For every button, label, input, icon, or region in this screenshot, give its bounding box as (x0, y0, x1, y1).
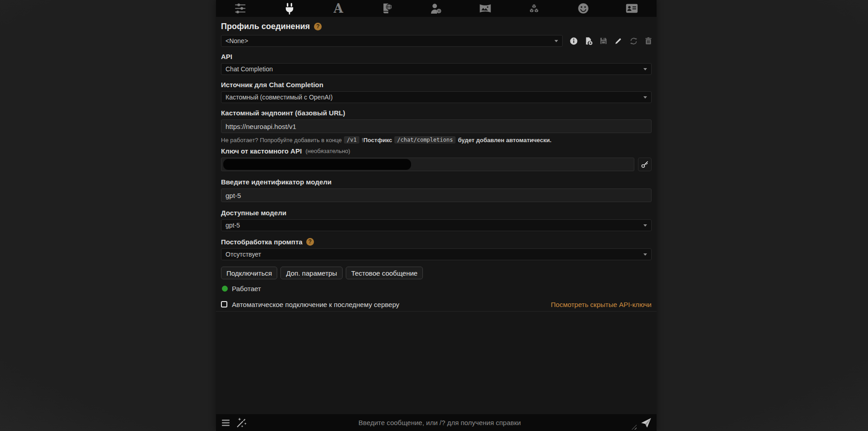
message-composer-bar (216, 414, 657, 431)
connect-button[interactable]: Подключиться (221, 267, 277, 279)
chevron-down-icon (643, 96, 647, 99)
info-icon[interactable] (569, 36, 578, 45)
connection-profile-header: Профиль соединения ? (221, 21, 652, 31)
top-toolbar: A (216, 0, 657, 17)
autoconnect-checkbox[interactable] (221, 301, 227, 307)
api-key-label: Ключ от кастомного API (необязательно) (221, 147, 652, 155)
character-card-icon[interactable] (622, 1, 642, 16)
profile-actions (569, 36, 653, 45)
chevron-down-icon (554, 40, 558, 42)
model-id-input[interactable] (221, 188, 652, 202)
connection-profile-row: <None> (221, 35, 652, 47)
key-icon[interactable] (638, 158, 652, 171)
endpoint-hint: Не работает? Попробуйте добавить в конце… (221, 136, 652, 144)
help-icon[interactable]: ? (314, 23, 322, 30)
plug-icon[interactable] (280, 1, 299, 16)
send-icon[interactable] (638, 416, 654, 430)
delete-icon[interactable] (644, 36, 653, 45)
available-models-select[interactable]: gpt-5 (221, 219, 652, 231)
connection-profile-select[interactable]: <None> (221, 35, 563, 47)
view-hidden-api-keys-link[interactable]: Посмотреть скрытые API-ключи (551, 301, 652, 308)
api-label: API (221, 52, 652, 60)
model-id-label: Введите идентификатор модели (221, 178, 652, 186)
help-icon[interactable]: ? (306, 238, 314, 246)
endpoint-input[interactable] (221, 119, 652, 133)
autoconnect-label[interactable]: Автоматическое подключение к последнему … (232, 301, 399, 308)
action-buttons-row: Подключиться Доп. параметры Тестовое соо… (221, 267, 652, 279)
save-icon[interactable] (599, 36, 608, 45)
additional-params-button[interactable]: Доп. параметры (280, 267, 342, 279)
api-connections-panel: Профиль соединения ? <None> (216, 17, 657, 312)
connection-status: Работает (221, 284, 652, 293)
chevron-down-icon (643, 224, 647, 227)
api-key-input[interactable] (221, 158, 634, 171)
prompt-postprocess-label: Постобработка промпта ? (221, 238, 652, 246)
endpoint-label: Кастомный эндпоинт (базовый URL) (221, 109, 652, 117)
options-menu-icon[interactable] (221, 417, 232, 428)
status-dot-icon (222, 286, 228, 292)
prompt-postprocess-select[interactable]: Отсутствует (221, 248, 652, 260)
available-models-label: Доступные модели (221, 208, 652, 217)
api-key-row (221, 158, 652, 171)
api-key-redacted-value (223, 159, 411, 170)
magic-wand-icon[interactable] (235, 416, 248, 429)
user-gear-icon[interactable] (426, 1, 446, 16)
world-info-icon[interactable] (378, 1, 397, 16)
sliders-icon[interactable] (230, 1, 250, 16)
edit-icon[interactable] (614, 36, 623, 45)
chevron-down-icon (643, 68, 647, 70)
connection-profile-title: Профиль соединения (221, 22, 310, 31)
new-profile-icon[interactable] (584, 36, 593, 45)
test-message-button[interactable]: Тестовое сообщение (346, 267, 423, 279)
main-column: A (216, 0, 657, 431)
source-select[interactable]: Кастомный (совместимый с OpenAI) (221, 91, 652, 103)
restore-icon[interactable] (629, 36, 638, 45)
resize-grip[interactable] (632, 425, 637, 430)
backgrounds-icon[interactable] (475, 1, 495, 16)
font-icon[interactable]: A (329, 1, 348, 16)
autoconnect-row: Автоматическое подключение к последнему … (221, 298, 652, 311)
extensions-icon[interactable] (524, 1, 544, 16)
message-input[interactable] (248, 416, 632, 430)
chevron-down-icon (643, 253, 647, 256)
persona-smiley-icon[interactable] (573, 1, 593, 16)
source-label: Источник для Chat Completion (221, 80, 652, 89)
api-select[interactable]: Chat Completion (221, 63, 652, 75)
